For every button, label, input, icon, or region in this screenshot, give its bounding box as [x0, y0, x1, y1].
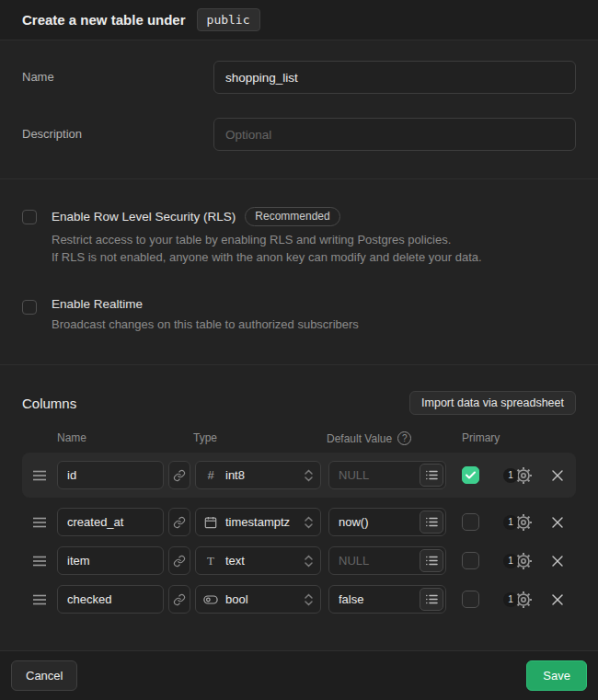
header-type: Type: [193, 431, 327, 445]
calendar-icon: [203, 516, 218, 529]
column-type-select[interactable]: # int8: [195, 461, 321, 489]
column-type-value: int8: [225, 468, 297, 482]
default-value-cell: [328, 585, 446, 614]
help-icon[interactable]: ?: [397, 431, 411, 445]
list-menu-icon: [426, 470, 438, 480]
chevron-updown-icon: [305, 555, 313, 568]
rls-checkbox[interactable]: [22, 210, 37, 224]
column-name-input[interactable]: [57, 508, 164, 536]
close-icon: [551, 593, 564, 606]
foreign-key-button[interactable]: [168, 546, 190, 575]
header-default-value: Default Value ?: [327, 431, 462, 445]
create-table-panel: Create a new table under public Name Des…: [0, 0, 598, 700]
cancel-button[interactable]: Cancel: [11, 660, 77, 691]
column-name-input[interactable]: [57, 461, 164, 489]
import-spreadsheet-button[interactable]: Import data via spreadsheet: [409, 391, 576, 415]
realtime-label: Enable Realtime: [52, 297, 143, 311]
foreign-key-button[interactable]: [168, 585, 190, 614]
options-section: Enable Row Level Security (RLS) Recommen…: [0, 179, 598, 364]
drag-handle-icon[interactable]: [33, 470, 46, 481]
primary-key-checkbox[interactable]: [462, 552, 479, 569]
remove-column-button[interactable]: [551, 555, 566, 568]
drag-handle-icon[interactable]: [33, 556, 46, 567]
chevron-updown-icon: [305, 469, 313, 482]
check-icon: [466, 471, 476, 479]
column-settings-button[interactable]: 1: [503, 511, 535, 534]
chevron-updown-icon: [305, 593, 313, 606]
rls-desc-line2: If RLS is not enabled, anyone with the a…: [52, 248, 576, 266]
columns-section: Columns Import data via spreadsheet Name…: [0, 365, 598, 650]
column-type-value: text: [225, 554, 297, 568]
columns-header-row: Name Type Default Value ? Primary: [22, 431, 576, 445]
column-settings-button[interactable]: 1: [503, 549, 535, 573]
link-icon: [173, 593, 186, 606]
primary-key-checkbox[interactable]: [462, 466, 479, 484]
default-value-menu-button[interactable]: [420, 549, 443, 572]
header-name: Name: [57, 431, 193, 445]
foreign-key-button[interactable]: [168, 461, 190, 489]
default-value-cell: [328, 508, 446, 536]
default-value-cell: [328, 546, 446, 575]
realtime-checkbox[interactable]: [22, 300, 37, 315]
column-type-select[interactable]: T text: [195, 546, 321, 575]
column-type-value: bool: [225, 592, 297, 606]
column-row: T text: [22, 546, 576, 575]
primary-key-checkbox[interactable]: [462, 513, 479, 531]
rls-block: Enable Row Level Security (RLS) Recommen…: [22, 207, 576, 266]
schema-badge: public: [197, 8, 260, 31]
column-row: bool: [22, 585, 576, 614]
save-button[interactable]: Save: [526, 660, 587, 691]
close-icon: [551, 555, 564, 568]
table-details-section: Name Description: [0, 40, 598, 178]
column-settings-button[interactable]: 1: [503, 588, 535, 612]
foreign-key-button[interactable]: [168, 508, 190, 536]
rls-desc-line1: Restrict access to your table by enablin…: [52, 231, 576, 248]
realtime-block: Enable Realtime Broadcast changes on thi…: [22, 297, 576, 333]
table-name-input[interactable]: [213, 61, 576, 94]
column-settings-button[interactable]: 1: [503, 464, 535, 488]
remove-column-button[interactable]: [551, 593, 566, 606]
drag-handle-icon[interactable]: [33, 594, 46, 605]
default-value-menu-button[interactable]: [420, 588, 443, 611]
hash-icon: #: [203, 468, 218, 482]
drag-handle-icon[interactable]: [33, 517, 46, 528]
panel-header: Create a new table under public: [0, 0, 598, 40]
chevron-updown-icon: [305, 516, 313, 529]
calendar-icon: [204, 516, 217, 529]
link-icon: [173, 469, 186, 482]
table-description-input[interactable]: [213, 118, 576, 151]
columns-title: Columns: [22, 396, 76, 411]
list-menu-icon: [426, 594, 438, 604]
link-icon: [173, 555, 186, 568]
column-type-select[interactable]: timestamptz: [195, 508, 321, 536]
primary-key-checkbox[interactable]: [462, 591, 479, 608]
default-value-menu-button[interactable]: [420, 464, 443, 487]
name-row: Name: [22, 61, 576, 94]
panel-footer: Cancel Save: [0, 650, 598, 700]
header-primary: Primary: [462, 431, 500, 445]
rls-description: Restrict access to your table by enablin…: [52, 231, 576, 266]
default-value-menu-button[interactable]: [420, 511, 443, 534]
column-row: # int8: [22, 461, 576, 489]
column-row: timestamptz: [22, 508, 576, 536]
panel-title: Create a new table under: [22, 12, 186, 28]
settings-count-badge: 1: [503, 515, 518, 530]
description-label: Description: [22, 118, 213, 141]
realtime-description: Broadcast changes on this table to autho…: [52, 316, 576, 333]
remove-column-button[interactable]: [551, 516, 566, 529]
column-type-value: timestamptz: [225, 515, 297, 529]
column-name-input[interactable]: [57, 546, 164, 575]
column-type-select[interactable]: bool: [195, 585, 321, 614]
remove-column-button[interactable]: [551, 469, 566, 482]
header-default-label: Default Value: [327, 432, 392, 445]
list-menu-icon: [426, 517, 438, 527]
recommended-badge: Recommended: [245, 207, 339, 226]
text-icon: T: [203, 554, 218, 568]
link-icon: [173, 516, 186, 529]
close-icon: [551, 516, 564, 529]
settings-count-badge: 1: [503, 468, 518, 483]
rls-label: Enable Row Level Security (RLS): [52, 210, 236, 224]
primary-row-highlight: # int8: [22, 453, 576, 498]
toggle-icon: [203, 594, 218, 605]
column-name-input[interactable]: [57, 585, 164, 614]
